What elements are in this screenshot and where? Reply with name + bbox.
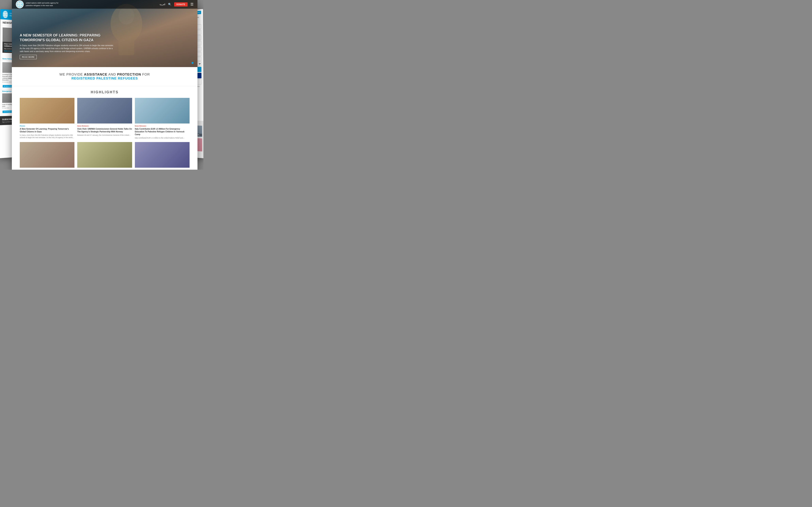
hl-tag-2: News Releases xyxy=(77,125,132,127)
main-panel: united nations relief and works agency f… xyxy=(12,0,198,170)
hl-title-3: Italy Contributes EUR 1.5 Million For Em… xyxy=(135,128,190,136)
hl-title-2: Oslo Visit: UNRWA Commissioner-General H… xyxy=(77,128,132,133)
hero-nav-dot[interactable] xyxy=(192,62,194,64)
search-icon[interactable]: 🔍 xyxy=(168,3,171,6)
nav-logo-circle xyxy=(16,0,24,8)
hl-title-1: A New Semester Of Learning: Preparing To… xyxy=(20,128,74,133)
hero-read-more[interactable]: READ MORE xyxy=(20,55,37,59)
highlights-title: HIGHLIGHTS xyxy=(20,90,190,94)
hl-card-5[interactable]: Official Statements Thank you very much … xyxy=(77,142,132,170)
hl-tag-5: Official Statements xyxy=(77,169,132,170)
hl-tag-3: News Releases xyxy=(135,125,190,127)
hero-desc: In Gaza, more than 294,000 Palestine ref… xyxy=(20,44,114,53)
donate-button[interactable]: DONATE xyxy=(174,2,188,6)
tagline-section: WE PROVIDE ASSISTANCE AND PROTECTION FOR… xyxy=(12,67,198,86)
hero-section: A NEW SEMESTER OF LEARNING: PREPARING TO… xyxy=(12,0,198,67)
highlights-grid: Photos A New Semester Of Learning: Prepa… xyxy=(20,98,190,170)
svg-point-9 xyxy=(118,7,134,25)
unrwa-logo-small xyxy=(3,11,8,18)
hl-tag-4: Features xyxy=(20,169,74,170)
highlights-section: HIGHLIGHTS Photos A New Semester Of Lear… xyxy=(12,86,198,170)
hl-card-1[interactable]: Photos A New Semester Of Learning: Prepa… xyxy=(20,98,74,139)
hl-card-6[interactable]: News Releases Funds crucial to respond t… xyxy=(135,142,190,170)
tagline-blue: REGISTERED PALESTINE REFUGEES xyxy=(20,76,190,80)
hl-card-4[interactable]: Features Last August was a special month… xyxy=(20,142,74,170)
hl-desc-2: Between 26 and 27 January, the Commissio… xyxy=(77,134,132,136)
hl-card-3[interactable]: News Releases Italy Contributes EUR 1.5 … xyxy=(135,98,190,139)
nav-right: العربية 🔍 DONATE ☰ xyxy=(160,2,194,6)
tagline-line1: WE PROVIDE ASSISTANCE AND PROTECTION FOR xyxy=(20,73,190,76)
hl-tag-1: Photos xyxy=(20,125,74,127)
hero-content: A NEW SEMESTER OF LEARNING: PREPARING TO… xyxy=(20,33,186,59)
hl-tag-6: News Releases xyxy=(135,169,190,170)
menu-icon[interactable]: ☰ xyxy=(190,2,194,6)
nav-logo: united nations relief and works agency f… xyxy=(16,0,58,8)
hero-title: A NEW SEMESTER OF LEARNING: PREPARING TO… xyxy=(20,33,118,42)
nav-org-text: united nations relief and works agency f… xyxy=(26,2,58,7)
hl-desc-1: In Gaza, more than 294,000 Palestine ref… xyxy=(20,134,74,139)
hl-desc-3: Italy contributed EUR 1.5 million to the… xyxy=(135,137,190,139)
nav-arabic[interactable]: العربية xyxy=(160,3,165,6)
hl-card-2[interactable]: News Releases Oslo Visit: UNRWA Commissi… xyxy=(77,98,132,139)
main-nav: united nations relief and works agency f… xyxy=(12,0,198,9)
